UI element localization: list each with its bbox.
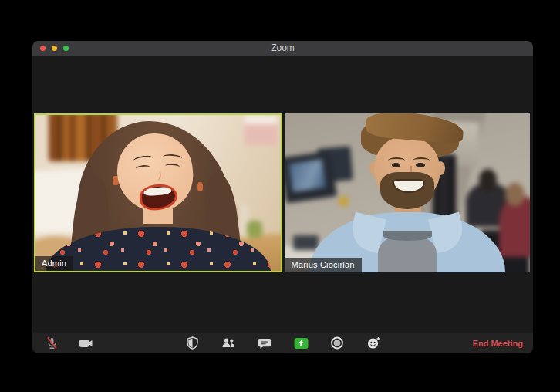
end-meeting-button[interactable]: End Meeting [473, 339, 523, 348]
toolbar-center-group [184, 335, 382, 352]
video-button[interactable] [77, 335, 94, 352]
chat-button[interactable] [256, 335, 273, 352]
microphone-muted-icon [46, 336, 59, 350]
share-screen-button[interactable] [292, 335, 309, 352]
mute-button[interactable] [43, 335, 60, 352]
participants-button[interactable] [220, 335, 237, 352]
meeting-toolbar: End Meeting [32, 333, 533, 353]
toolbar-left-group [43, 335, 94, 352]
security-button[interactable] [184, 335, 201, 352]
traffic-lights [40, 46, 69, 51]
marius-video-feed [285, 113, 531, 272]
participant-name-label: Admin [35, 256, 73, 271]
video-strip: Admin [34, 113, 530, 272]
video-tile-admin[interactable]: Admin [34, 113, 282, 272]
reactions-button[interactable] [365, 335, 382, 352]
fullscreen-window-button[interactable] [63, 46, 69, 51]
zoom-meeting-window: Zoom [32, 41, 533, 353]
admin-video-feed [35, 115, 281, 271]
video-camera-icon [79, 338, 93, 349]
share-screen-icon [293, 337, 309, 350]
reactions-icon [366, 336, 380, 350]
record-icon [331, 336, 344, 350]
participant-name-label: Marius Ciocirlan [285, 258, 362, 272]
participants-icon [221, 337, 236, 349]
meeting-stage: Admin [32, 56, 533, 333]
title-bar: Zoom [32, 41, 533, 56]
minimize-window-button[interactable] [52, 46, 57, 51]
shield-icon [186, 336, 198, 350]
video-tile-marius[interactable]: Marius Ciocirlan [285, 113, 531, 272]
window-title: Zoom [32, 41, 533, 56]
record-button[interactable] [329, 335, 346, 352]
close-window-button[interactable] [40, 46, 46, 51]
chat-bubble-icon [258, 337, 272, 350]
desktop: { "window": { "title": "Zoom", "traffic_… [0, 0, 560, 392]
